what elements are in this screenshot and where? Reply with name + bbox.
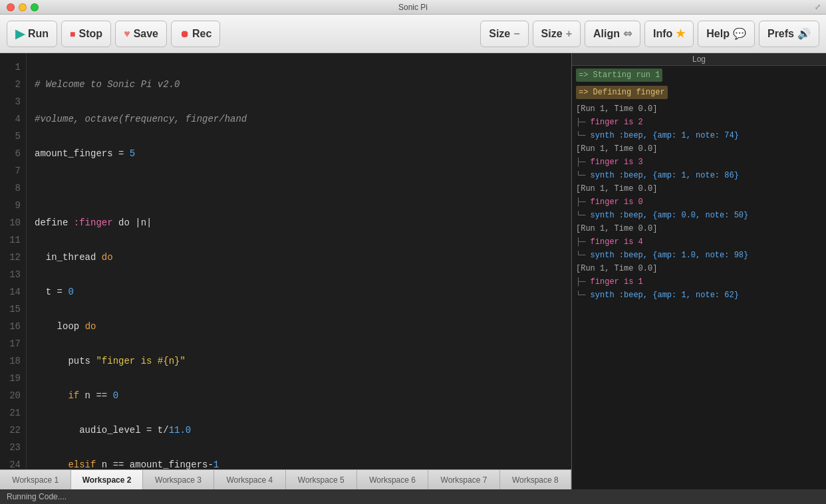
run-label: Run (28, 28, 49, 40)
align-label: Align (593, 28, 620, 40)
main-content: 1234 5678 9101112 13141516 17181920 2122… (0, 53, 826, 489)
stop-icon: ■ (70, 29, 75, 39)
align-icon: ⇔ (623, 27, 632, 40)
log-synth-50: └─ synth :beep, {amp: 0.0, note: 50} (576, 209, 822, 221)
rec-button[interactable]: ⏺ Rec (171, 21, 220, 47)
workspace-tab-8[interactable]: Workspace 8 (500, 470, 571, 489)
prefs-icon: 🔊 (797, 27, 811, 40)
toolbar: ▶ Run ■ Stop ♥ Save ⏺ Rec Size − Size + … (0, 15, 826, 53)
log-finger-1: ├─ finger is 1 (576, 276, 822, 288)
code-line: audio_level = t/11.0 (35, 422, 563, 439)
log-define-finger: => Defining finger (576, 86, 668, 99)
code-line: loop do (35, 318, 563, 335)
close-button[interactable] (7, 3, 15, 11)
status-text: Running Code.... (7, 492, 67, 501)
log-time-2: [Run 1, Time 0.0] (576, 143, 822, 155)
info-label: Info (653, 28, 672, 40)
stop-label: Stop (79, 28, 103, 40)
workspace-tab-1[interactable]: Workspace 1 (0, 470, 71, 489)
window-controls[interactable] (7, 3, 39, 11)
log-finger-4: ├─ finger is 4 (576, 236, 822, 248)
log-entry-start: => Starting run 1 (576, 68, 822, 84)
code-line: #volume, octave(frequency, finger/hand (35, 110, 563, 128)
log-time-4: [Run 1, Time 0.0] (576, 223, 822, 235)
size-down-label: Size (489, 28, 510, 40)
editor-area: 1234 5678 9101112 13141516 17181920 2122… (0, 53, 572, 489)
log-header: Log (572, 53, 826, 66)
log-time-3: [Run 1, Time 0.0] (576, 183, 822, 195)
log-content[interactable]: => Starting run 1 => Defining finger [Ru… (572, 66, 826, 489)
workspace-tab-3[interactable]: Workspace 3 (143, 470, 214, 489)
workspace-tab-7[interactable]: Workspace 7 (428, 470, 499, 489)
rec-label: Rec (192, 28, 211, 40)
log-entry-define: => Defining finger (576, 86, 822, 102)
size-up-label: Size (541, 28, 563, 40)
help-label: Help (706, 28, 730, 40)
code-line: t = 0 (35, 283, 563, 301)
workspace-tab-2[interactable]: Workspace 2 (71, 470, 142, 489)
log-finger-3: ├─ finger is 3 (576, 156, 822, 168)
code-line: amount_fingers = 5 (35, 145, 563, 162)
rec-icon: ⏺ (180, 29, 189, 39)
workspace-tab-6[interactable]: Workspace 6 (357, 470, 428, 489)
code-line: define :finger do |n| (35, 214, 563, 231)
minimize-button[interactable] (19, 3, 27, 11)
info-button[interactable]: Info ★ (644, 21, 694, 47)
log-finger-0: ├─ finger is 0 (576, 196, 822, 208)
run-button[interactable]: ▶ Run (7, 21, 57, 47)
save-button[interactable]: ♥ Save (115, 21, 167, 47)
code-line: # Welcome to Sonic Pi v2.0 (35, 76, 563, 93)
align-button[interactable]: Align ⇔ (585, 21, 640, 47)
stop-button[interactable]: ■ Stop (61, 21, 111, 47)
code-line: in_thread do (35, 249, 563, 266)
workspace-tab-4[interactable]: Workspace 4 (214, 470, 285, 489)
workspace-tab-5[interactable]: Workspace 5 (286, 470, 357, 489)
code-line (35, 180, 563, 197)
workspace-tabs: Workspace 1 Workspace 2 Workspace 3 Work… (0, 469, 571, 489)
prefs-label: Prefs (767, 28, 794, 40)
app-title: Sonic Pi (398, 3, 428, 12)
log-start-run: => Starting run 1 (576, 68, 662, 82)
save-icon: ♥ (124, 28, 130, 40)
maximize-button[interactable] (31, 3, 39, 11)
size-up-icon: + (566, 28, 572, 40)
prefs-button[interactable]: Prefs 🔊 (759, 21, 819, 47)
run-icon: ▶ (15, 27, 25, 41)
size-up-button[interactable]: Size + (533, 21, 581, 47)
info-icon: ★ (676, 27, 685, 40)
help-icon: 💬 (733, 27, 746, 40)
code-line: if n == 0 (35, 387, 563, 404)
line-numbers: 1234 5678 9101112 13141516 17181920 2122… (0, 53, 27, 469)
log-time-1: [Run 1, Time 0.0] (576, 103, 822, 115)
log-synth-98: └─ synth :beep, {amp: 1.0, note: 98} (576, 249, 822, 261)
log-synth-86: └─ synth :beep, {amp: 1, note: 86} (576, 170, 822, 182)
status-bar: Running Code.... (0, 489, 826, 504)
title-bar: Sonic Pi ⤢ (0, 0, 826, 15)
size-down-icon: − (513, 28, 519, 40)
log-area: Log => Starting run 1 => Defining finger… (572, 53, 826, 489)
code-line: puts "finger is #{n}" (35, 352, 563, 370)
save-label: Save (134, 28, 158, 40)
code-line: elsif n == amount_fingers-1 (35, 456, 563, 469)
log-finger-2: ├─ finger is 2 (576, 116, 822, 128)
code-content[interactable]: # Welcome to Sonic Pi v2.0 #volume, octa… (27, 53, 571, 469)
code-editor[interactable]: 1234 5678 9101112 13141516 17181920 2122… (0, 53, 571, 469)
help-button[interactable]: Help 💬 (698, 21, 755, 47)
log-synth-62: └─ synth :beep, {amp: 1, note: 62} (576, 289, 822, 301)
size-down-button[interactable]: Size − (480, 21, 528, 47)
log-synth-74: └─ synth :beep, {amp: 1, note: 74} (576, 130, 822, 142)
expand-icon[interactable]: ⤢ (815, 3, 821, 11)
log-time-5: [Run 1, Time 0.0] (576, 263, 822, 275)
